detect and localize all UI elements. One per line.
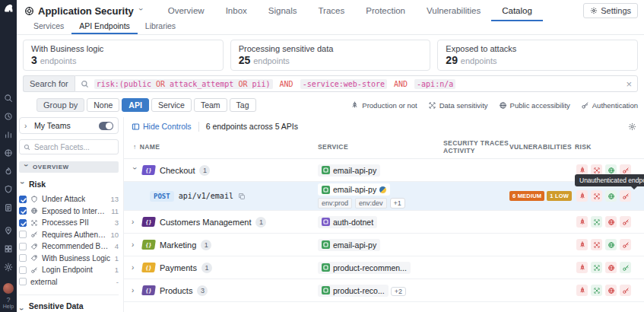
group-by-service[interactable]: Service bbox=[151, 98, 192, 112]
nav-logs-icon[interactable] bbox=[4, 203, 13, 212]
summary-card-2[interactable]: Exposed to attacks 29 endpoints bbox=[437, 40, 638, 71]
copy-icon[interactable] bbox=[238, 193, 246, 200]
facet-item[interactable]: Processes PII 3 bbox=[19, 217, 119, 229]
facet-item[interactable]: external - bbox=[19, 276, 119, 288]
my-teams-filter[interactable]: › My Teams bbox=[19, 117, 119, 134]
risk-key-icon[interactable] bbox=[620, 262, 631, 273]
risk-globe-icon[interactable] bbox=[605, 285, 617, 296]
service-chip[interactable]: email-api-py bbox=[318, 164, 380, 177]
topnav-item-catalog[interactable]: Catalog bbox=[491, 0, 543, 21]
legend-rocket-toggle[interactable]: Production or not bbox=[351, 101, 417, 110]
overview-section-header[interactable]: › OVERVIEW bbox=[19, 161, 119, 173]
chevron-right-icon[interactable]: › bbox=[132, 286, 138, 294]
chevron-right-icon[interactable]: › bbox=[132, 218, 138, 226]
subnav-item-libraries[interactable]: Libraries bbox=[138, 21, 183, 34]
table-row-api[interactable]: › { } Payments 1 product-recommen... bbox=[124, 256, 644, 279]
env-tag[interactable]: env:dev bbox=[355, 198, 387, 209]
facet-checkbox[interactable] bbox=[19, 207, 27, 215]
risk-rocket-icon[interactable] bbox=[576, 216, 588, 228]
facet-item[interactable]: Requires Authenticati... 10 bbox=[19, 229, 119, 241]
table-row-api[interactable]: › { } Checkout 1 email-api-py bbox=[124, 159, 644, 182]
nav-network-icon[interactable] bbox=[4, 148, 13, 158]
my-teams-toggle[interactable] bbox=[99, 122, 113, 130]
service-chip[interactable]: email-api-py bbox=[318, 183, 390, 196]
risk-pii-icon[interactable] bbox=[591, 262, 602, 273]
risk-globe-icon[interactable] bbox=[605, 239, 617, 250]
risk-key-icon[interactable] bbox=[620, 239, 631, 250]
topnav-item-inbox[interactable]: Inbox bbox=[215, 0, 258, 21]
table-row-endpoint[interactable]: POST api/v1/email email-api-py env:prode… bbox=[124, 182, 644, 211]
risk-pii-icon[interactable] bbox=[591, 216, 602, 228]
search-input[interactable]: risk:(public OR attack_attempt OR pii)AN… bbox=[75, 75, 638, 92]
group-by-tag[interactable]: Tag bbox=[230, 98, 256, 112]
facet-checkbox[interactable] bbox=[19, 196, 27, 203]
facet-group-title[interactable]: ›Risk bbox=[19, 180, 119, 189]
product-switcher[interactable]: Application Security › bbox=[24, 5, 144, 17]
risk-key-icon[interactable] bbox=[620, 190, 631, 202]
facet-checkbox[interactable] bbox=[19, 219, 27, 227]
nav-security-icon[interactable] bbox=[4, 185, 13, 194]
facet-search-input[interactable]: Search Facets... bbox=[19, 139, 119, 154]
nav-search-icon[interactable] bbox=[4, 94, 13, 103]
service-chip[interactable]: email-api-py bbox=[318, 239, 380, 251]
facet-checkbox[interactable] bbox=[19, 278, 27, 285]
chevron-right-icon[interactable]: › bbox=[132, 263, 138, 272]
column-header[interactable]: SERVICE bbox=[318, 143, 443, 151]
subnav-item-api-endpoints[interactable]: API Endpoints bbox=[71, 21, 138, 34]
summary-card-1[interactable]: Processing sensitive data 25 endpoints bbox=[230, 40, 431, 71]
env-tag[interactable]: env:prod bbox=[318, 198, 352, 209]
group-by-team[interactable]: Team bbox=[194, 98, 227, 112]
chevron-down-icon[interactable]: › bbox=[131, 167, 139, 174]
facet-checkbox[interactable] bbox=[19, 254, 27, 262]
topnav-item-traces[interactable]: Traces bbox=[308, 0, 356, 21]
service-chip[interactable]: product-reco... bbox=[318, 285, 389, 297]
risk-rocket-icon[interactable] bbox=[576, 262, 588, 273]
risk-globe-icon[interactable] bbox=[605, 190, 617, 202]
column-header[interactable]: VULNERABILITIES bbox=[509, 143, 575, 151]
nav-settings-icon[interactable] bbox=[4, 263, 13, 272]
nav-metrics-icon[interactable] bbox=[4, 130, 13, 139]
risk-rocket-icon[interactable] bbox=[576, 190, 588, 202]
vulnerability-badge[interactable]: 1 LOW bbox=[547, 191, 572, 201]
facet-item[interactable]: Under Attack 13 bbox=[19, 193, 119, 205]
topnav-item-signals[interactable]: Signals bbox=[258, 0, 308, 21]
table-row-api[interactable]: › { } Customers Management 1 auth-dotnet bbox=[124, 211, 644, 234]
table-row-api[interactable]: › { } Products 3 product-reco... +2 bbox=[124, 279, 644, 302]
hide-controls-button[interactable]: Hide Controls bbox=[132, 122, 192, 131]
facet-checkbox[interactable] bbox=[19, 231, 27, 238]
group-by-api[interactable]: API bbox=[122, 98, 149, 112]
risk-pii-icon[interactable] bbox=[591, 190, 602, 202]
settings-button[interactable]: Settings bbox=[583, 3, 638, 18]
column-header-name[interactable]: ↑NAME bbox=[124, 143, 318, 151]
table-settings-icon[interactable] bbox=[628, 123, 636, 131]
legend-key-toggle[interactable]: Authentication bbox=[581, 101, 638, 110]
risk-pii-icon[interactable] bbox=[591, 239, 602, 250]
facet-item[interactable]: Login Endpoint 1 bbox=[19, 264, 119, 276]
column-header[interactable]: SECURITY TRACES ACTIVITY bbox=[443, 139, 509, 154]
vulnerability-badge[interactable]: 6 MEDIUM bbox=[509, 191, 544, 201]
column-header[interactable]: RISK bbox=[575, 143, 644, 151]
risk-globe-icon[interactable] bbox=[605, 262, 617, 273]
risk-rocket-icon[interactable] bbox=[576, 239, 588, 250]
risk-key-icon[interactable] bbox=[620, 216, 631, 228]
nav-watchdog-icon[interactable] bbox=[4, 112, 13, 121]
legend-pii-toggle[interactable]: Data sensitivity bbox=[428, 101, 488, 110]
chevron-right-icon[interactable]: › bbox=[132, 240, 138, 249]
nav-integrations-icon[interactable] bbox=[4, 244, 13, 253]
risk-key-icon[interactable] bbox=[620, 285, 631, 296]
nav-apm-icon[interactable] bbox=[4, 167, 13, 176]
datadog-logo[interactable] bbox=[3, 3, 14, 14]
risk-globe-icon[interactable] bbox=[605, 216, 617, 228]
legend-globe-toggle[interactable]: Public accessibility bbox=[499, 101, 570, 110]
table-row-api[interactable]: › { } Marketing 1 email-api-py bbox=[124, 234, 644, 256]
subnav-item-services[interactable]: Services bbox=[26, 21, 71, 34]
facet-item[interactable]: With Business Logic 1 bbox=[19, 253, 119, 265]
facet-item[interactable]: Exposed to Internet 11 bbox=[19, 205, 119, 218]
service-chip[interactable]: auth-dotnet bbox=[318, 216, 377, 228]
clear-search-icon[interactable]: × bbox=[626, 79, 632, 89]
facet-checkbox[interactable] bbox=[19, 243, 27, 250]
facet-group-title[interactable]: ›Sensitive Data Category bbox=[19, 301, 119, 312]
group-by-none[interactable]: None bbox=[87, 98, 119, 112]
topnav-item-protection[interactable]: Protection bbox=[355, 0, 416, 21]
facet-item[interactable]: Recommended Busin... 4 bbox=[19, 240, 119, 253]
